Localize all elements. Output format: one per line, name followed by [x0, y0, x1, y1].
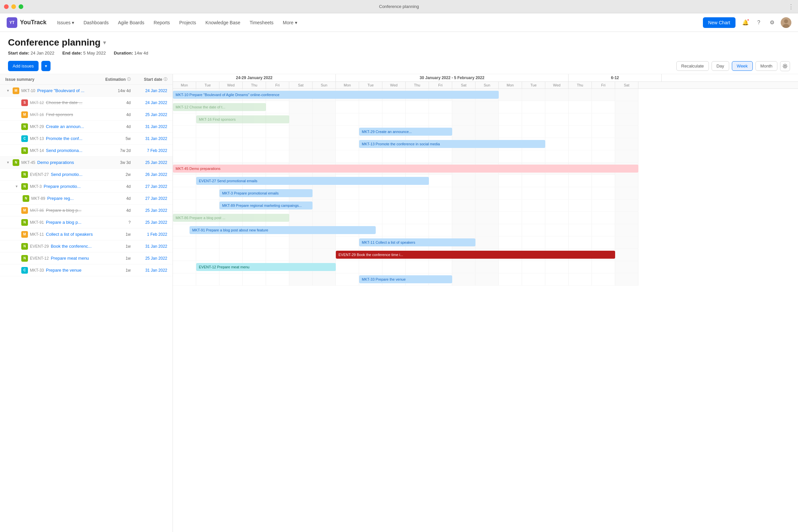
nav-dashboards[interactable]: Dashboards [79, 18, 113, 27]
new-chart-button[interactable]: New Chart [703, 17, 736, 28]
issue-row[interactable]: NMKT-89Prepare reg...4d27 Jan 2022 [0, 192, 173, 205]
issue-title[interactable]: Prepare the venue [46, 268, 81, 273]
settings-icon[interactable]: ⚙ [767, 18, 777, 27]
issue-row[interactable]: NEVENT-12Prepare meat menu1w25 Jan 2022 [0, 252, 173, 264]
issue-summary: MMKT-11Collect a list of speakers [5, 231, 104, 238]
startdate-info-icon[interactable]: ⓘ [164, 77, 167, 82]
expand-button[interactable]: ▼ [5, 88, 11, 93]
issue-estimation: 4d [104, 125, 131, 129]
gantt-cell [615, 89, 639, 101]
page-title-dropdown-icon[interactable]: ▾ [103, 39, 106, 46]
issue-title[interactable]: Book the conferenc... [51, 244, 92, 249]
add-issues-button[interactable]: Add issues [8, 61, 39, 71]
gantt-cell [429, 187, 452, 199]
maximize-button[interactable] [19, 4, 23, 9]
issue-title[interactable]: Prepare promotio... [43, 184, 80, 189]
gantt-cell [220, 126, 243, 138]
gantt-day: Sat [615, 82, 639, 89]
duration-label: Duration: 14w 4d [114, 51, 148, 56]
issue-row[interactable]: ▼MMKT-10Prepare "Boulevard of ...14w 4d2… [0, 85, 173, 97]
gantt-row: MKT-86 Prepare a blog post ... [173, 212, 639, 224]
gantt-cell [266, 101, 289, 113]
gantt-cell [499, 113, 522, 125]
gantt-cell [545, 200, 569, 211]
avatar[interactable] [781, 17, 791, 28]
issue-row[interactable]: NMKT-29Create an announ...4d31 Jan 2022 [0, 121, 173, 133]
issue-row[interactable]: MMKT-86Prepare a blog p...4d25 Jan 2022 [0, 205, 173, 216]
issue-title[interactable]: Prepare a blog p... [46, 208, 81, 213]
issue-row[interactable]: NMKT-14Send promotiona...7w 2d7 Feb 2022 [0, 145, 173, 157]
gantt-bar[interactable]: MKT-13 Promote the conference in social … [359, 140, 545, 148]
gantt-day: Thu [569, 82, 592, 89]
issue-row[interactable]: NEVENT-29Book the conferenc...1w31 Jan 2… [0, 241, 173, 252]
issue-title[interactable]: Demo preparations [37, 160, 74, 165]
gantt-cell [545, 150, 569, 162]
issue-title[interactable]: Create an announ... [46, 124, 84, 129]
gantt-bar[interactable]: MKT-10 Prepare "Boulevard of Agile Dream… [173, 91, 499, 99]
issue-row[interactable]: SMKT-12Choose the date ...4d24 Jan 2022 [0, 97, 173, 109]
gantt-cell [289, 273, 312, 285]
gantt-bar[interactable]: MKT-91 Prepare a blog post about new fea… [190, 226, 376, 234]
gantt-bar[interactable]: MKT-12 Choose the date of t... [173, 103, 266, 111]
issue-row[interactable]: CMKT-33Prepare the venue1w31 Jan 2022 [0, 264, 173, 276]
issue-title[interactable]: Prepare reg... [47, 196, 74, 201]
gantt-bar[interactable]: MKT-29 Create an announce... [359, 128, 452, 136]
issue-title[interactable]: Prepare meat menu [51, 256, 89, 261]
issue-startdate: 26 Jan 2022 [131, 172, 167, 177]
issue-title[interactable]: Choose the date ... [46, 100, 82, 105]
gantt-settings-button[interactable] [780, 61, 790, 71]
notifications-icon[interactable]: 🔔 [741, 18, 750, 27]
gantt-panel[interactable]: 24-29 January 202230 January 2022 - 5 Fe… [173, 74, 798, 532]
more-options-icon[interactable]: ⋮ [788, 3, 794, 10]
window-controls[interactable] [4, 4, 23, 9]
issue-row[interactable]: MMKT-11Collect a list of speakers1w1 Feb… [0, 228, 173, 241]
issue-row[interactable]: ▼NMKT-45Demo preparations3w 3d25 Jan 202… [0, 157, 173, 169]
gantt-bar[interactable]: MKT-89 Prepare regional marketing campai… [220, 202, 312, 209]
issue-title[interactable]: Send promotiona... [46, 148, 82, 153]
gantt-bar[interactable]: MKT-86 Prepare a blog post ... [173, 214, 289, 222]
gantt-row: MKT-33 Prepare the venue [173, 273, 639, 286]
day-view-button[interactable]: Day [711, 61, 729, 71]
help-icon[interactable]: ? [754, 18, 763, 27]
issue-title[interactable]: Promote the conf... [46, 136, 82, 141]
nav-issues[interactable]: Issues ▾ [53, 18, 78, 27]
issue-row[interactable]: ▼NMKT-3Prepare promotio...4d27 Jan 2022 [0, 180, 173, 192]
close-button[interactable] [4, 4, 8, 9]
nav-more[interactable]: More ▾ [279, 18, 301, 27]
gantt-cell [569, 113, 592, 125]
gantt-bar[interactable]: MKT-3 Prepare promotional emails [220, 189, 312, 197]
gantt-bar[interactable]: MKT-45 Demo preparations [173, 165, 639, 173]
issue-title[interactable]: Send promotio... [51, 172, 82, 177]
issue-row[interactable]: MMKT-16Find sponsors4d25 Jan 2022 [0, 109, 173, 121]
month-view-button[interactable]: Month [756, 61, 777, 71]
nav-projects[interactable]: Projects [175, 18, 200, 27]
issue-estimation: 3w 3d [104, 160, 131, 165]
expand-button[interactable]: ▼ [14, 184, 19, 189]
gantt-cell [359, 187, 382, 199]
week-view-button[interactable]: Week [732, 61, 753, 71]
nav-reports[interactable]: Reports [150, 18, 174, 27]
gantt-cell [359, 261, 382, 273]
issue-title[interactable]: Prepare "Boulevard of ... [37, 88, 84, 93]
issue-row[interactable]: CMKT-13Promote the conf...5w31 Jan 2022 [0, 133, 173, 145]
add-issues-dropdown-button[interactable]: ▾ [41, 61, 51, 71]
gantt-bar[interactable]: EVENT-12 Prepare meat menu [196, 263, 336, 271]
gantt-bar[interactable]: MKT-16 Find sponsors [196, 115, 289, 124]
gantt-cell [569, 187, 592, 199]
nav-timesheets[interactable]: Timesheets [246, 18, 278, 27]
nav-agile-boards[interactable]: Agile Boards [114, 18, 148, 27]
issue-title[interactable]: Find sponsors [46, 112, 73, 117]
issue-row[interactable]: NMKT-91Prepare a blog p...?25 Jan 2022 [0, 216, 173, 228]
minimize-button[interactable] [11, 4, 16, 9]
estimation-info-icon[interactable]: ⓘ [127, 77, 131, 82]
gantt-bar[interactable]: EVENT-29 Book the conference time i... [336, 251, 615, 259]
issue-title[interactable]: Prepare a blog p... [46, 220, 81, 225]
gantt-bar[interactable]: EVENT-27 Send promotional emails [196, 177, 429, 185]
expand-button[interactable]: ▼ [5, 160, 11, 165]
gantt-bar[interactable]: MKT-33 Prepare the venue [359, 275, 452, 283]
issue-row[interactable]: NEVENT-27Send promotio...2w26 Jan 2022 [0, 169, 173, 180]
nav-knowledge-base[interactable]: Knowledge Base [202, 18, 244, 27]
recalculate-button[interactable]: Recalculate [676, 61, 709, 71]
gantt-bar[interactable]: MKT-11 Collect a list of speakers [359, 239, 475, 246]
issue-title[interactable]: Collect a list of speakers [46, 232, 93, 237]
